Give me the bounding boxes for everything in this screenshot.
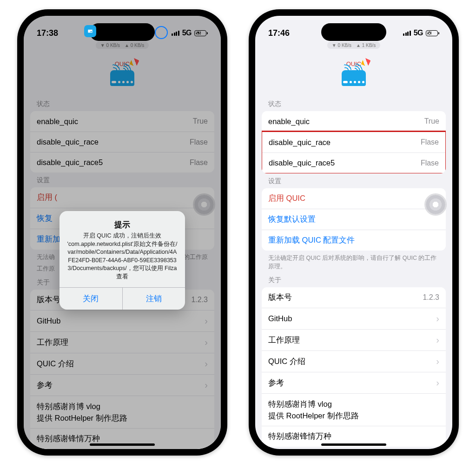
about-group: 版本号1.2.3 GitHub› 工作原理› QUIC 介绍› 参考› 特别感谢… bbox=[262, 287, 446, 447]
content: 状态 enable_quicTrue disable_quic_raceFlas… bbox=[255, 96, 452, 447]
row-how[interactable]: 工作原理› bbox=[262, 329, 446, 350]
section-header-status: 状态 bbox=[262, 96, 446, 111]
speed-indicator: ▼ 0 KB/s▲ 1 KB/s bbox=[327, 42, 380, 49]
camera-ring-icon bbox=[155, 26, 168, 39]
status-group: enable_quicTrue disable_quic_raceFlase d… bbox=[262, 111, 446, 173]
alert-logout-button[interactable]: 注销 bbox=[122, 288, 185, 310]
phone-right: 17:46 5G 50 ▼ 0 KB/s▲ 1 KB/s QUIC 状态 ena… bbox=[249, 9, 459, 456]
alert-close-button[interactable]: 关闭 bbox=[60, 288, 122, 310]
row-enable-quic[interactable]: enable_quicTrue bbox=[262, 111, 446, 132]
alert-title: 提示 bbox=[66, 219, 178, 230]
network-label: 5G bbox=[414, 29, 423, 37]
row-refs[interactable]: 参考› bbox=[262, 372, 446, 393]
screen-left: 17:38 5G 53 ▼ 0 KB/s▲ 0 KB/s QUIC 状态 ena… bbox=[24, 16, 221, 449]
alert-message: 开启 QUIC 成功，注销后生效 'com.apple.networkd.pli… bbox=[66, 232, 178, 281]
section-header-about: 关于 bbox=[262, 272, 446, 287]
assistive-touch[interactable] bbox=[424, 193, 447, 216]
chevron-right-icon: › bbox=[436, 313, 439, 324]
signal-icon bbox=[403, 30, 411, 36]
row-github[interactable]: GitHub› bbox=[262, 308, 446, 329]
settings-group: 启用 QUIC 恢复默认设置 重新加载 QUIC 配置文件 bbox=[262, 188, 446, 251]
row-restore[interactable]: 恢复默认设置 bbox=[262, 209, 446, 230]
settings-footer: 无法确定开启 QUIC 后对系统的影响，请自行了解 QUIC 的工作原理。 bbox=[262, 251, 446, 272]
pip-indicator-icon[interactable] bbox=[84, 25, 96, 37]
status-time: 17:46 bbox=[268, 28, 290, 38]
chevron-right-icon: › bbox=[436, 377, 439, 388]
chevron-right-icon: › bbox=[436, 335, 439, 345]
battery-icon: 50 bbox=[426, 30, 439, 36]
row-disable-quic-race5[interactable]: disable_quic_race5Flase bbox=[262, 152, 445, 173]
section-header-settings: 设置 bbox=[262, 173, 446, 188]
app-header: QUIC bbox=[255, 60, 452, 86]
screen-right: 17:46 5G 50 ▼ 0 KB/s▲ 1 KB/s QUIC 状态 ena… bbox=[255, 16, 452, 449]
chevron-right-icon: › bbox=[436, 356, 439, 367]
router-icon bbox=[342, 70, 366, 86]
alert-dialog: 提示 开启 QUIC 成功，注销后生效 'com.apple.networkd.… bbox=[60, 211, 185, 310]
highlight-box: disable_quic_raceFlase disable_quic_race… bbox=[262, 131, 446, 173]
dynamic-island bbox=[90, 23, 155, 41]
row-disable-quic-race[interactable]: disable_quic_raceFlase bbox=[262, 132, 445, 152]
row-reload[interactable]: 重新加载 QUIC 配置文件 bbox=[262, 230, 446, 251]
home-indicator[interactable] bbox=[90, 443, 155, 446]
row-quic-intro[interactable]: QUIC 介绍› bbox=[262, 350, 446, 372]
row-version[interactable]: 版本号1.2.3 bbox=[262, 287, 446, 308]
dynamic-island bbox=[321, 23, 386, 41]
home-indicator[interactable] bbox=[321, 443, 386, 446]
row-enable-quic-action[interactable]: 启用 QUIC bbox=[262, 188, 446, 209]
row-thanks1[interactable]: 特别感谢肖博 vlog提供 RootHelper 制作思路 bbox=[262, 393, 446, 426]
phone-left: 17:38 5G 53 ▼ 0 KB/s▲ 0 KB/s QUIC 状态 ena… bbox=[17, 9, 227, 456]
